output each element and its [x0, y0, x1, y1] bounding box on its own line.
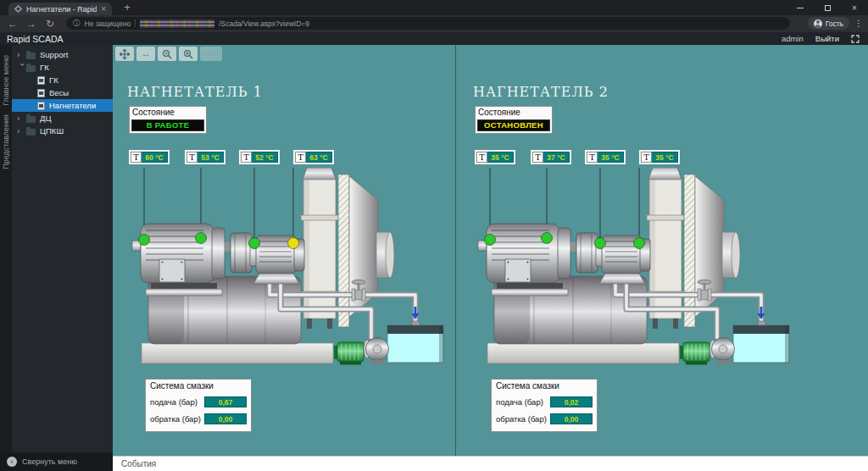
new-tab-button[interactable]: +	[120, 1, 134, 14]
logged-user-label: admin	[782, 34, 804, 43]
temp-tag: T	[186, 152, 198, 163]
window-close-button[interactable]: ×	[841, 0, 868, 15]
tree-item-label: ГК	[49, 75, 58, 85]
collapse-menu-button[interactable]: ‹ Свернуть меню	[0, 452, 113, 471]
temp-value: 35 °C	[652, 152, 678, 163]
tree-folder-support[interactable]: › Support	[12, 48, 113, 61]
bearing-status-dot	[595, 238, 606, 249]
status-value: В РАБОТЕ	[131, 119, 204, 131]
lube-return-label: обратка (бар)	[496, 414, 550, 424]
lube-supply-value: 0,67	[204, 396, 247, 407]
tree-folder-cpksh[interactable]: › ЦПКШ	[12, 125, 113, 137]
temp-value: 35 °C	[487, 152, 514, 163]
tree-view-gk[interactable]: ГК	[12, 74, 113, 86]
temperature-indicator: T 63 °C	[293, 150, 334, 164]
fullscreen-icon[interactable]	[851, 35, 860, 43]
lube-supply-value: 0,02	[550, 396, 593, 407]
events-panel-header[interactable]: События	[113, 456, 868, 471]
profile-label: Гость	[826, 19, 843, 28]
chevron-right-icon[interactable]: ›	[17, 127, 26, 136]
tab-close-icon[interactable]: ×	[101, 5, 106, 14]
bearing-status-dot	[288, 238, 299, 249]
temperature-indicator: T 35 °C	[585, 150, 626, 164]
sidebar-tab-main-menu[interactable]: Главное меню	[2, 55, 10, 106]
temp-value: 60 °C	[142, 152, 168, 163]
lube-system-panel: Система смазки подача (бар) 0,02 обратка…	[491, 379, 598, 432]
tab-title: Нагнетатели - Rapid SCADA	[26, 5, 97, 14]
lube-system-panel: Система смазки подача (бар) 0,67 обратка…	[145, 379, 252, 432]
bearing-status-dot	[634, 238, 645, 249]
info-icon[interactable]: ⓘ	[73, 19, 81, 29]
status-label: Состояние	[130, 107, 206, 118]
forward-icon[interactable]: →	[22, 18, 41, 30]
temp-value: 53 °C	[198, 152, 224, 163]
scheme-divider-line	[455, 45, 456, 456]
lube-title: Система смазки	[496, 381, 593, 391]
browser-profile-chip[interactable]: Гость	[808, 17, 849, 30]
browser-toolbar: ← → ↻ ⓘ Не защищено /Scada/View.aspx?vie…	[0, 15, 868, 32]
blower-machine-graphic	[127, 168, 453, 367]
url-path: /Scada/View.aspx?viewID=9	[219, 19, 309, 28]
temp-value: 52 °C	[252, 152, 278, 163]
scheme-doc-icon	[37, 76, 45, 85]
folder-icon	[26, 53, 36, 59]
security-label: Не защищено	[85, 19, 131, 28]
temperature-indicator: T 60 °C	[129, 150, 170, 164]
lube-return-value: 0,00	[204, 413, 247, 424]
chevron-right-icon[interactable]: ›	[17, 51, 26, 59]
unit-title: НАГНЕТАТЕЛЬ 2	[473, 84, 609, 100]
temperature-indicator: T 37 °C	[531, 150, 571, 164]
tree-item-label: Support	[40, 50, 68, 59]
browser-menu-icon[interactable]: ⋮	[854, 17, 863, 30]
tree-folder-gk[interactable]: › ГК	[12, 61, 113, 74]
window-minimize-button[interactable]	[787, 0, 814, 15]
bearing-status-dot	[249, 238, 260, 249]
reload-icon[interactable]: ↻	[41, 18, 59, 30]
tree-view-vesy[interactable]: Весы	[12, 86, 113, 99]
temp-tag: T	[476, 152, 487, 163]
folder-icon	[26, 116, 36, 123]
status-value: ОСТАНОВЛЕН	[477, 119, 550, 131]
app-brand: Rapid SCADA	[7, 34, 64, 44]
blower-unit-2: НАГНЕТАТЕЛЬ 2 Состояние ОСТАНОВЛЕН T 35 …	[469, 45, 801, 456]
back-icon[interactable]: ←	[3, 18, 22, 30]
temp-tag: T	[295, 152, 306, 163]
collapse-arrow-icon: ‹	[7, 457, 17, 467]
temp-tag: T	[587, 152, 598, 163]
temp-tag: T	[641, 152, 652, 163]
tree-folder-dc[interactable]: › ДЦ	[12, 112, 113, 125]
blower-unit-1: НАГНЕТАТЕЛЬ 1 Состояние В РАБОТЕ T 60 °C…	[123, 45, 455, 456]
events-label: События	[121, 459, 156, 468]
temperature-indicator: T 35 °C	[475, 150, 515, 164]
folder-icon	[26, 129, 36, 136]
bearing-status-dot	[196, 233, 207, 244]
window-maximize-button[interactable]	[814, 0, 841, 15]
browser-tab-strip: Нагнетатели - Rapid SCADA × + ×	[0, 0, 868, 15]
address-bar[interactable]: ⓘ Не защищено /Scada/View.aspx?viewID=9	[66, 17, 790, 30]
tree-view-nagnetateli[interactable]: Нагнетатели	[12, 99, 113, 112]
folder-icon	[26, 65, 36, 72]
views-tree: › Support › ГК ГК Весы Нагнетатели › ДЦ …	[12, 48, 113, 137]
chevron-down-icon[interactable]: ›	[18, 63, 26, 72]
sidebar: Главное меню Представления › Support › Г…	[0, 45, 113, 471]
chevron-right-icon[interactable]: ›	[17, 114, 26, 123]
bearing-status-dot	[485, 235, 496, 246]
temp-value: 37 °C	[543, 152, 570, 163]
bearing-status-dot	[542, 233, 553, 244]
sidebar-tab-views[interactable]: Представления	[2, 114, 10, 169]
status-label: Состояние	[476, 107, 552, 118]
temp-tag: T	[532, 152, 543, 163]
bearing-status-dot	[139, 235, 150, 246]
browser-tab[interactable]: Нагнетатели - Rapid SCADA ×	[8, 3, 112, 15]
lube-supply-label: подача (бар)	[150, 397, 204, 407]
url-separator	[135, 19, 136, 27]
lube-title: Система смазки	[150, 381, 247, 391]
tree-item-label: ЦПКШ	[40, 126, 64, 136]
logout-link[interactable]: Выйти	[815, 34, 839, 43]
tree-item-label: ГК	[40, 63, 49, 72]
lube-return-value: 0,00	[550, 413, 593, 424]
tree-item-label: Нагнетатели	[49, 101, 96, 110]
collapse-menu-label: Свернуть меню	[22, 457, 77, 466]
tree-item-label: ДЦ	[40, 114, 51, 123]
lube-supply-label: подача (бар)	[496, 397, 550, 407]
